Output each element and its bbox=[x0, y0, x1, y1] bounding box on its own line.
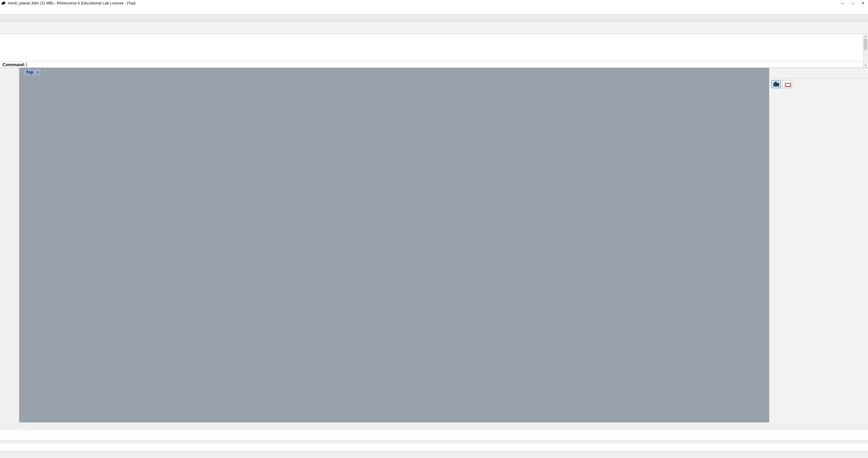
viewport-canvas[interactable]: Top ▼ bbox=[19, 68, 769, 422]
scrollbar-thumb[interactable] bbox=[864, 39, 867, 50]
osnap-bar bbox=[0, 443, 868, 451]
close-button[interactable]: ✕ bbox=[858, 1, 868, 5]
command-area: ▲ ▼ Command: bbox=[0, 34, 868, 68]
title-bar: mesh_planar.3dm (11 MB) - Rhinoceros 6 E… bbox=[0, 0, 868, 6]
viewport-properties-target-button[interactable] bbox=[783, 80, 792, 88]
maximize-button[interactable]: □ bbox=[848, 1, 858, 5]
viewport-properties-camera-button[interactable] bbox=[771, 80, 781, 88]
selection-filter-bar bbox=[0, 430, 868, 440]
panel-view-buttons bbox=[771, 80, 792, 88]
minimize-button[interactable]: — bbox=[837, 1, 848, 5]
status-bar bbox=[0, 451, 868, 458]
rhino-window: mesh_planar.3dm (11 MB) - Rhinoceros 6 E… bbox=[0, 0, 868, 458]
command-prompt[interactable]: Command: bbox=[0, 61, 861, 68]
command-scrollbar[interactable]: ▲ ▼ bbox=[863, 34, 868, 68]
window-controls: — □ ✕ bbox=[837, 1, 868, 5]
panel-tab-strip bbox=[770, 70, 867, 78]
viewport-tabs bbox=[0, 422, 868, 430]
scroll-up-icon[interactable]: ▲ bbox=[863, 34, 868, 38]
command-prompt-label: Command: bbox=[2, 62, 25, 67]
viewport-title-text: Top bbox=[26, 70, 33, 75]
menu-bar bbox=[0, 6, 868, 14]
viewport-title-label[interactable]: Top ▼ bbox=[24, 70, 41, 75]
window-title: mesh_planar.3dm (11 MB) - Rhinoceros 6 E… bbox=[8, 1, 135, 5]
viewport-menu-arrow-icon[interactable]: ▼ bbox=[35, 71, 41, 74]
viewport-rect-icon bbox=[784, 82, 791, 87]
properties-panel bbox=[769, 68, 868, 422]
left-toolbar bbox=[0, 68, 19, 422]
main-area: Top ▼ bbox=[0, 68, 868, 422]
scroll-down-icon[interactable]: ▼ bbox=[863, 63, 868, 68]
command-history bbox=[0, 34, 864, 61]
text-cursor bbox=[26, 62, 27, 67]
toolbar-tab-row bbox=[0, 14, 868, 21]
rhino-app-icon bbox=[1, 1, 6, 5]
point-toolbar bbox=[0, 21, 868, 34]
